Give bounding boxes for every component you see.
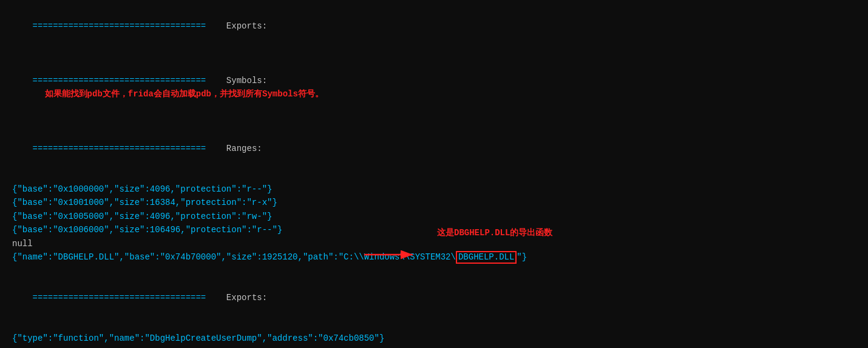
exports-title-1: Exports: (206, 21, 267, 31)
empty-2 (12, 115, 856, 128)
null-line: null (12, 237, 856, 250)
exports-title-2: Exports: (206, 293, 267, 303)
dbghelp-line: {"name":"DBGHELP.DLL","base":"0x74b70000… (12, 250, 856, 264)
line-divider-exports2: ================================== Expor… (12, 278, 856, 318)
line-divider-symbols: ================================== Symbo… (12, 61, 856, 115)
dbghelp-highlight-box: DBGHELP.DLL (456, 251, 517, 264)
divider-symbols: ================================== (33, 76, 206, 85)
empty-3 (12, 169, 856, 182)
divider-exports2: ================================== (33, 293, 206, 303)
empty-1 (12, 47, 856, 60)
empty-4 (12, 264, 856, 277)
range-line-3: {"base":"0x1005000","size":4096,"protect… (12, 210, 856, 223)
range-line-1: {"base":"0x1000000","size":4096,"protect… (12, 182, 856, 196)
empty-5 (12, 318, 856, 332)
ranges-title: Ranges: (206, 144, 262, 153)
exports-annotation: 这是DBGHELP.DLL的导出函数 (437, 227, 552, 238)
divider-ranges: ================================== (33, 144, 206, 153)
terminal-container: ================================== Expor… (0, 0, 868, 348)
range-line-2: {"base":"0x1001000","size":16384,"protec… (12, 196, 856, 209)
exports-arrow (376, 332, 407, 348)
range-line-4: {"base":"0x1006000","size":106496,"prote… (12, 223, 856, 236)
export-line-1: {"type":"function","name":"DbgHelpCreate… (12, 332, 856, 348)
line-divider-ranges: ================================== Range… (12, 129, 856, 169)
symbols-annotation: 如果能找到pdb文件，frida会自动加载pdb，并找到所有Symbols符号。 (45, 89, 324, 99)
symbols-title: Symbols: (206, 76, 267, 85)
line-divider-1: ================================== Expor… (12, 6, 856, 47)
divider-1: ================================== (33, 21, 206, 31)
